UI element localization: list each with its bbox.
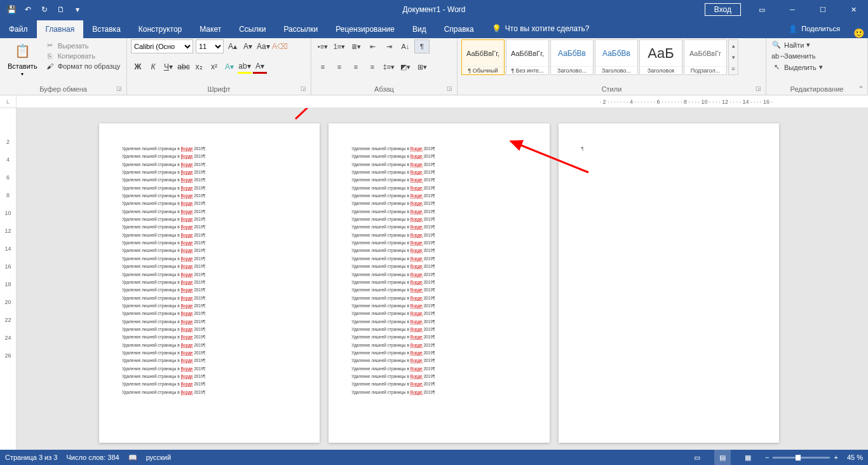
- document-line: Удаление лишней страницы в Ворде 2019¶: [351, 302, 526, 310]
- bullets-button[interactable]: •≡▾: [315, 39, 330, 53]
- text-effects-button[interactable]: A▾: [222, 60, 236, 74]
- tab-file[interactable]: Файл: [0, 20, 37, 38]
- page-1[interactable]: Удаление лишней страницы в Ворде 2019¶Уд…: [99, 123, 320, 443]
- spellcheck-icon[interactable]: 📖: [128, 454, 137, 462]
- shrink-font-button[interactable]: A▾: [241, 39, 254, 53]
- document-line: Удаление лишней страницы в Ворде 2019¶: [122, 286, 297, 294]
- close-button[interactable]: ✕: [839, 0, 868, 19]
- document-line: Удаление лишней страницы в Ворде 2019¶: [122, 153, 297, 160]
- borders-button[interactable]: ⊞▾: [414, 60, 430, 74]
- ribbon-display-icon[interactable]: ▭: [747, 0, 776, 19]
- document-line: Удаление лишней страницы в Ворде 2019¶: [351, 286, 526, 294]
- find-button[interactable]: 🔍Найти ▾: [770, 39, 811, 50]
- undo-icon[interactable]: ↶: [20, 2, 36, 17]
- zoom-in-button[interactable]: +: [834, 454, 837, 461]
- style-item[interactable]: АаБЗаголовок: [639, 39, 682, 75]
- font-size-select[interactable]: 11: [196, 39, 224, 53]
- style-item[interactable]: АаБбВвГг,¶ Обычный: [461, 39, 505, 75]
- font-launcher-icon[interactable]: ◲: [301, 85, 309, 94]
- tab-mailings[interactable]: Рассылки: [275, 20, 327, 38]
- superscript-button[interactable]: x²: [207, 60, 221, 74]
- tab-design[interactable]: Конструктор: [130, 20, 191, 38]
- document-line: Удаление лишней страницы в Ворде 2019¶: [122, 342, 297, 349]
- style-item[interactable]: АаБбВвГгПодзагол...: [684, 39, 727, 75]
- replace-button[interactable]: ab↔Заменить: [770, 51, 817, 61]
- zoom-slider[interactable]: [773, 457, 830, 459]
- paragraph-launcher-icon[interactable]: ◲: [447, 85, 456, 94]
- increase-indent-button[interactable]: ⇥: [381, 39, 397, 53]
- style-item[interactable]: АаБбВвЗаголово...: [595, 39, 638, 75]
- group-editing: 🔍Найти ▾ ab↔Заменить ↖Выделить ▾ Редакти…: [766, 38, 868, 95]
- highlight-button[interactable]: ab▾: [238, 60, 252, 74]
- vertical-ruler[interactable]: 2468101214161820222426: [0, 108, 17, 450]
- sort-button[interactable]: A↓: [398, 39, 413, 53]
- change-case-button[interactable]: Aa▾: [257, 39, 269, 53]
- paste-icon: 📋: [12, 41, 32, 61]
- justify-button[interactable]: ≡: [365, 60, 380, 74]
- save-icon[interactable]: 💾: [4, 2, 19, 17]
- show-marks-button[interactable]: ¶: [414, 39, 430, 53]
- style-item[interactable]: АаБбВвЗаголово...: [550, 39, 593, 75]
- print-layout-icon[interactable]: ▤: [714, 450, 731, 465]
- copy-button[interactable]: ⎘Копировать: [44, 52, 122, 60]
- tab-home[interactable]: Главная: [37, 20, 84, 38]
- multilevel-button[interactable]: ≣▾: [348, 39, 363, 53]
- bold-button[interactable]: Ж: [131, 60, 145, 74]
- styles-more-button[interactable]: ▴▾≡: [728, 39, 738, 75]
- page-3[interactable]: ¶: [559, 123, 779, 443]
- tab-references[interactable]: Ссылки: [230, 20, 275, 38]
- tab-insert[interactable]: Вставка: [83, 20, 130, 38]
- tab-layout[interactable]: Макет: [191, 20, 230, 38]
- format-painter-button[interactable]: 🖌Формат по образцу: [44, 62, 122, 71]
- page-2[interactable]: Удаление лишней страницы в Ворде 2019¶Уд…: [329, 123, 549, 443]
- document-line: Удаление лишней страницы в Ворде 2019¶: [351, 373, 526, 380]
- shading-button[interactable]: ◩▾: [398, 60, 413, 74]
- document-line: Удаление лишней страницы в Ворде 2019¶: [122, 318, 297, 326]
- zoom-value[interactable]: 45 %: [847, 454, 863, 461]
- page-indicator[interactable]: Страница 3 из 3: [5, 454, 57, 461]
- new-doc-icon[interactable]: 🗋: [53, 2, 69, 17]
- document-line: Удаление лишней страницы в Ворде 2019¶: [122, 373, 297, 380]
- line-spacing-button[interactable]: ‡≡▾: [381, 60, 397, 74]
- strike-button[interactable]: abc: [177, 60, 191, 74]
- align-right-button[interactable]: ≡: [348, 60, 363, 74]
- maximize-button[interactable]: ☐: [808, 0, 837, 19]
- font-name-select[interactable]: Calibri (Осно: [131, 39, 193, 53]
- italic-button[interactable]: К: [146, 60, 160, 74]
- web-layout-icon[interactable]: ▦: [740, 450, 756, 465]
- underline-button[interactable]: Ч▾: [161, 60, 175, 74]
- redo-icon[interactable]: ↻: [37, 2, 52, 17]
- tab-view[interactable]: Вид: [403, 20, 435, 38]
- subscript-button[interactable]: x₂: [192, 60, 206, 74]
- numbering-button[interactable]: 1≡▾: [332, 39, 347, 53]
- select-button[interactable]: ↖Выделить ▾: [770, 62, 824, 73]
- clear-format-button[interactable]: A⌫: [272, 39, 285, 53]
- lightbulb-icon: 💡: [492, 24, 501, 33]
- grow-font-button[interactable]: A▴: [226, 39, 239, 53]
- style-item[interactable]: АаБбВвГг,¶ Без инте...: [506, 39, 549, 75]
- decrease-indent-button[interactable]: ⇤: [365, 39, 380, 53]
- zoom-out-button[interactable]: −: [765, 454, 769, 461]
- tab-help[interactable]: Справка: [435, 20, 483, 38]
- word-count[interactable]: Число слов: 384: [66, 454, 119, 461]
- language-indicator[interactable]: русский: [146, 454, 171, 461]
- share-button[interactable]: 👤Поделиться: [780, 19, 849, 38]
- horizontal-ruler[interactable]: · 2 · · · · · · · 4 · · · · · · · 6 · · …: [17, 95, 868, 108]
- minimize-button[interactable]: ─: [778, 0, 807, 19]
- customize-qat-icon[interactable]: ▾: [70, 2, 85, 17]
- paste-button[interactable]: 📋 Вставить ▾: [4, 39, 41, 78]
- styles-launcher-icon[interactable]: ◲: [756, 85, 764, 94]
- tab-review[interactable]: Рецензирование: [327, 20, 403, 38]
- font-color-button[interactable]: A▾: [253, 60, 267, 74]
- collapse-ribbon-icon[interactable]: ⌃: [858, 85, 864, 94]
- cut-button[interactable]: ✂Вырезать: [44, 41, 122, 50]
- feedback-icon[interactable]: 🙂: [849, 28, 868, 38]
- document-line: Удаление лишней страницы в Ворде 2019¶: [122, 302, 297, 310]
- search-icon: 🔍: [771, 41, 782, 49]
- read-mode-icon[interactable]: ▭: [689, 450, 705, 465]
- clipboard-launcher-icon[interactable]: ◲: [116, 85, 125, 94]
- align-left-button[interactable]: ≡: [315, 60, 330, 74]
- signin-button[interactable]: Вход: [705, 3, 741, 16]
- tell-me-search[interactable]: 💡Что вы хотите сделать?: [483, 19, 599, 38]
- align-center-button[interactable]: ≡: [332, 60, 347, 74]
